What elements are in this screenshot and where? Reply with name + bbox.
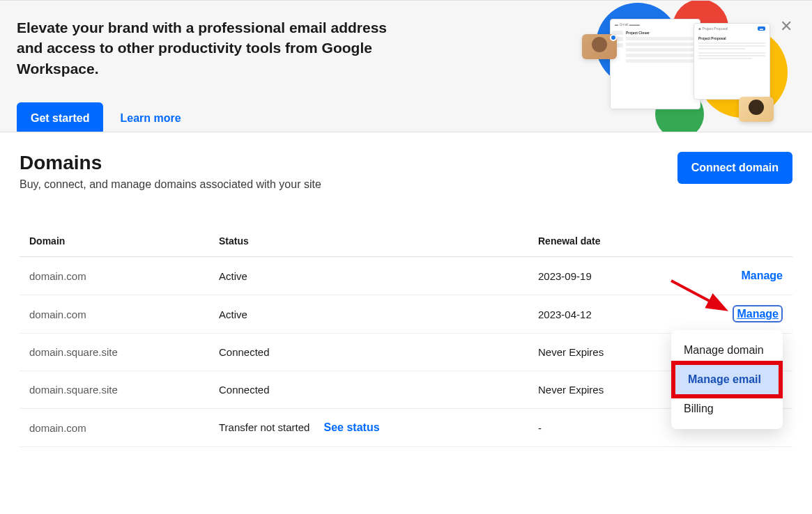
see-status-link[interactable]: See status — [324, 421, 380, 433]
table-header-row: Domain Status Renewal date — [20, 226, 792, 257]
page-subtitle: Buy, connect, and manage domains associa… — [20, 178, 321, 191]
connect-domain-button[interactable]: Connect domain — [677, 152, 792, 184]
dropdown-item-billing[interactable]: Billing — [671, 394, 783, 423]
status-text: Transfer not started — [219, 421, 309, 433]
domains-table: Domain Status Renewal date domain.com Ac… — [20, 226, 792, 447]
cell-status: Active — [219, 270, 538, 282]
cell-status: Active — [219, 309, 538, 320]
manage-link[interactable]: Manage — [733, 305, 783, 322]
cell-domain: domain.com — [29, 422, 219, 434]
table-row: domain.com Active 2023-04-12 Manage Mana… — [20, 295, 792, 334]
cell-domain: domain.square.site — [29, 384, 219, 396]
cell-domain: domain.square.site — [29, 346, 219, 358]
cell-domain: domain.com — [29, 270, 219, 282]
learn-more-link[interactable]: Learn more — [120, 112, 181, 125]
page-header: Domains Buy, connect, and manage domains… — [20, 152, 792, 191]
cell-renewal: 2023-04-12 — [538, 309, 705, 320]
page-title-block: Domains Buy, connect, and manage domains… — [20, 152, 321, 191]
banner-title: Elevate your brand with a professional e… — [17, 17, 407, 79]
page-title: Domains — [20, 152, 321, 174]
banner-actions: Get started Learn more — [17, 102, 407, 132]
cell-status: Connected — [219, 384, 538, 396]
dropdown-item-manage-email[interactable]: Manage email — [671, 361, 783, 398]
th-status: Status — [219, 235, 538, 247]
promo-banner: Elevate your brand with a professional e… — [0, 0, 812, 132]
cell-renewal: 2023-09-19 — [538, 270, 705, 282]
th-renewal: Renewal date — [538, 235, 705, 247]
get-started-button[interactable]: Get started — [17, 102, 103, 132]
manage-dropdown: Manage domain Manage email Billing — [671, 330, 783, 429]
table-row: domain.com Active 2023-09-19 Manage — [20, 257, 792, 295]
page-content: Domains Buy, connect, and manage domains… — [0, 132, 812, 475]
cell-domain: domain.com — [29, 309, 219, 320]
cell-status: Connected — [219, 346, 538, 358]
manage-link[interactable]: Manage — [741, 270, 783, 281]
banner-illustration: ▬ Gmail ▬▬▬ Project Closer — [575, 0, 798, 132]
banner-text-block: Elevate your brand with a professional e… — [17, 17, 407, 132]
th-domain: Domain — [29, 235, 219, 247]
cell-status: Transfer not started See status — [219, 421, 538, 434]
